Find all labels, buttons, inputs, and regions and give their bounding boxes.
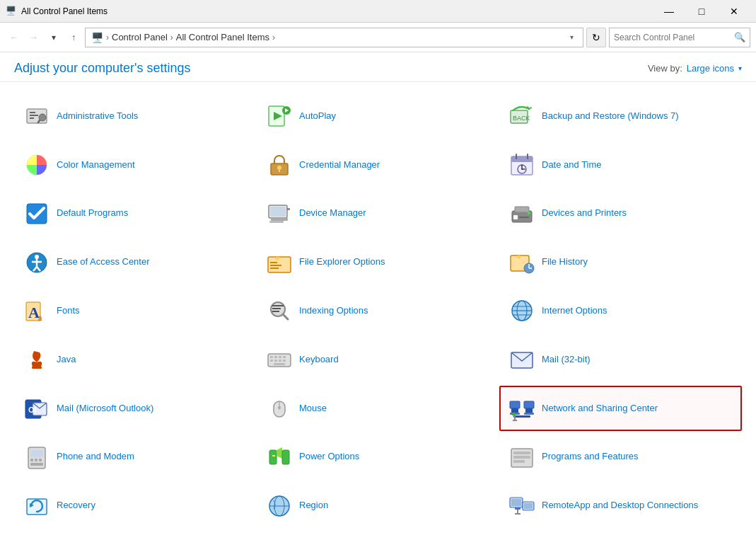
svg-rect-54	[272, 308, 281, 309]
network-sharing-icon	[509, 396, 535, 421]
grid-item-region[interactable]: Region	[257, 483, 499, 529]
grid-item-keyboard[interactable]: Keyboard	[257, 337, 499, 383]
svg-rect-112	[517, 510, 518, 513]
svg-rect-83	[525, 408, 533, 413]
indexing-icon	[267, 298, 292, 323]
svg-rect-101	[513, 460, 525, 463]
admin-tools-icon	[24, 103, 50, 129]
grid-item-network-sharing[interactable]: Network and Sharing Center	[499, 386, 742, 432]
svg-rect-32	[519, 217, 529, 218]
svg-rect-1	[30, 112, 35, 113]
remoteapp-icon	[509, 493, 535, 519]
grid-item-credential-mgr[interactable]: Credential Manager	[257, 142, 499, 188]
grid-item-default-programs[interactable]: Default Programs	[14, 191, 257, 237]
mouse-label: Mouse	[299, 403, 327, 415]
grid-item-recovery[interactable]: Recovery	[14, 483, 257, 529]
grid-item-programs-features[interactable]: Programs and Features	[499, 434, 742, 480]
path-icon: 🖥️	[91, 32, 103, 43]
grid-item-file-explorer[interactable]: File Explorer Options	[257, 239, 499, 285]
svg-rect-79	[510, 401, 520, 408]
svg-rect-84	[524, 413, 534, 415]
title-bar-left: 🖥️ All Control Panel Items	[6, 6, 107, 17]
credential-mgr-label: Credential Manager	[299, 159, 380, 171]
up-button[interactable]: ↑	[65, 29, 82, 46]
grid-item-autoplay[interactable]: AutoPlay	[257, 93, 499, 139]
mail-32bit-icon	[509, 347, 535, 372]
grid-item-mail-outlook[interactable]: OlMail (Microsoft Outlook)	[14, 386, 257, 432]
svg-rect-66	[283, 356, 286, 358]
internet-options-icon	[509, 298, 535, 323]
backup-restore-icon: BACK	[509, 103, 535, 129]
svg-rect-99	[513, 452, 530, 454]
grid-item-fonts[interactable]: AaFonts	[14, 288, 257, 334]
grid-item-indexing[interactable]: Indexing Options	[257, 288, 499, 334]
svg-rect-28	[286, 208, 290, 210]
grid-item-devices-printers[interactable]: Devices and Printers	[499, 191, 742, 237]
search-input[interactable]	[614, 33, 731, 42]
path-control-panel[interactable]: Control Panel	[112, 32, 168, 42]
device-mgr-icon	[267, 201, 292, 226]
autoplay-icon	[267, 103, 292, 129]
svg-rect-110	[524, 503, 533, 509]
page-title: Adjust your computer's settings	[14, 61, 191, 76]
svg-rect-70	[283, 360, 286, 362]
minimize-button[interactable]: —	[653, 0, 685, 23]
svg-text:BACK: BACK	[513, 115, 530, 122]
content-header: Adjust your computer's settings View by:…	[0, 52, 756, 82]
svg-rect-86	[512, 413, 516, 415]
indexing-label: Indexing Options	[299, 305, 368, 317]
grid-item-device-mgr[interactable]: Device Manager	[257, 191, 499, 237]
view-by-value[interactable]: Large icons	[687, 63, 734, 74]
svg-rect-94	[30, 463, 43, 466]
address-path[interactable]: 🖥️ › Control Panel › All Control Panel I…	[85, 28, 583, 47]
internet-options-label: Internet Options	[542, 305, 607, 317]
grid-item-phone-modem[interactable]: Phone and Modem	[14, 434, 257, 480]
svg-point-78	[278, 406, 281, 409]
grid-item-internet-options[interactable]: Internet Options	[499, 288, 742, 334]
svg-point-33	[528, 212, 530, 214]
svg-rect-30	[515, 207, 529, 212]
view-by-chevron-icon[interactable]: ▾	[738, 64, 742, 72]
grid-item-color-mgmt[interactable]: Color Management	[14, 142, 257, 188]
close-button[interactable]: ✕	[718, 0, 750, 23]
svg-rect-26	[271, 218, 288, 221]
grid-item-date-time[interactable]: Date and Time	[499, 142, 742, 188]
path-sep-3: ›	[272, 33, 275, 42]
mouse-icon	[267, 396, 292, 421]
svg-rect-64	[274, 356, 277, 358]
window-title: All Control Panel Items	[21, 6, 107, 16]
grid-item-mail-32bit[interactable]: Mail (32-bit)	[499, 337, 742, 383]
file-history-label: File History	[542, 256, 588, 268]
mail-32bit-label: Mail (32-bit)	[542, 354, 591, 366]
svg-rect-31	[513, 215, 518, 219]
back-button[interactable]: ←	[6, 29, 23, 46]
path-dropdown-chevron[interactable]: ▾	[566, 32, 577, 43]
java-icon	[24, 347, 50, 372]
title-bar: 🖥️ All Control Panel Items — □ ✕	[0, 0, 756, 23]
grid-item-mouse[interactable]: Mouse	[257, 386, 499, 432]
grid-item-admin-tools[interactable]: Administrative Tools	[14, 93, 257, 139]
svg-rect-69	[279, 360, 281, 362]
svg-rect-63	[270, 356, 273, 358]
grid-item-java[interactable]: Java	[14, 337, 257, 383]
refresh-button[interactable]: ↻	[586, 28, 606, 47]
forward-button[interactable]: →	[25, 29, 42, 46]
keyboard-label: Keyboard	[299, 354, 339, 366]
grid-item-power-options[interactable]: Power Options	[257, 434, 499, 480]
phone-modem-label: Phone and Modem	[57, 451, 134, 463]
svg-rect-87	[514, 415, 516, 420]
svg-rect-90	[30, 450, 43, 457]
search-box: 🔍	[609, 28, 750, 47]
svg-point-35	[35, 255, 39, 259]
grid-item-file-history[interactable]: File History	[499, 239, 742, 285]
path-all-items[interactable]: All Control Panel Items	[176, 32, 269, 42]
svg-rect-80	[511, 408, 518, 413]
autoplay-label: AutoPlay	[299, 110, 336, 122]
recent-button[interactable]: ▾	[45, 29, 62, 46]
maximize-button[interactable]: □	[685, 0, 718, 23]
grid-item-remoteapp[interactable]: RemoteApp and Desktop Connections	[499, 483, 742, 529]
credential-mgr-icon	[267, 152, 292, 178]
grid-item-backup-restore[interactable]: BACKBackup and Restore (Windows 7)	[499, 93, 742, 139]
svg-rect-82	[524, 401, 534, 408]
grid-item-ease-access[interactable]: Ease of Access Center	[14, 239, 257, 285]
